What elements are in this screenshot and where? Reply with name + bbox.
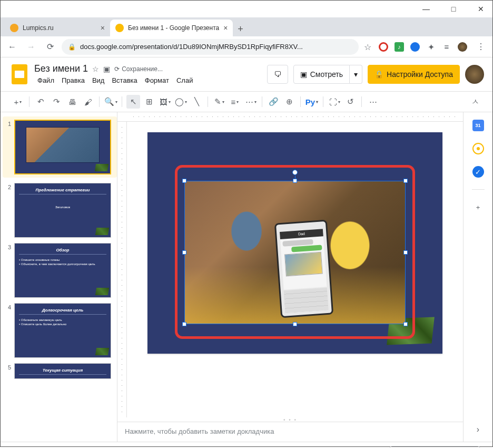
menu-format[interactable]: Формат [142, 75, 172, 85]
keep-icon[interactable] [472, 143, 484, 154]
thumbnail-slide[interactable]: 2 Предложение стратегииЗаголовок [5, 183, 117, 238]
redo-button[interactable]: ↷ [50, 95, 63, 109]
star-icon[interactable]: ☆ [92, 65, 99, 73]
border-dash-button[interactable]: ⋯ [244, 95, 258, 109]
border-color-button[interactable]: ✎ [212, 95, 226, 109]
paint-format-button[interactable]: 🖌 [81, 95, 95, 109]
present-button[interactable]: ▣ Смотреть [293, 65, 350, 84]
thumbnail-slide[interactable]: 1 [3, 116, 117, 178]
select-tool[interactable]: ↖ [126, 95, 140, 109]
slides-logo-icon[interactable] [9, 64, 30, 85]
thumbnail-slide[interactable]: 5 Текущая ситуация [5, 363, 117, 379]
window-maximize[interactable]: □ [446, 2, 461, 16]
profile-avatar[interactable] [458, 42, 467, 52]
lock-icon: 🔒 [68, 43, 76, 51]
explore-button[interactable]: ✦ Расширенный поиск [390, 446, 480, 449]
ext-icon[interactable] [379, 42, 388, 52]
decor-icon [95, 228, 109, 235]
present-dropdown[interactable]: ▾ [350, 65, 362, 84]
resize-handle[interactable] [182, 179, 186, 183]
addons-icon[interactable]: + [472, 201, 484, 213]
resize-handle[interactable] [182, 250, 186, 255]
tab-close-icon[interactable]: × [101, 24, 105, 32]
separator [99, 96, 100, 107]
menu-insert[interactable]: Вставка [109, 75, 140, 85]
undo-button[interactable]: ↶ [34, 95, 47, 109]
line-tool[interactable]: ╲ [190, 95, 203, 109]
resize-handle[interactable] [403, 179, 408, 183]
rotate-handle[interactable] [292, 170, 298, 175]
speaker-notes[interactable]: Нажмите, чтобы добавить заметки докладчи… [117, 422, 463, 442]
thumb-title: Предложение стратегии [19, 188, 106, 194]
slide-canvas[interactable]: Dad [147, 132, 442, 354]
more-button[interactable]: ⋯ [366, 95, 380, 109]
browser-menu-icon[interactable]: ⋮ [474, 40, 488, 54]
resize-handle[interactable] [293, 322, 297, 326]
resize-handle[interactable] [403, 250, 408, 255]
forward-button[interactable]: → [24, 40, 38, 54]
phone-graphic: Dad [274, 219, 333, 318]
image-content: Dad [185, 181, 405, 324]
account-avatar[interactable] [465, 65, 484, 84]
menu-slide[interactable]: Слай [173, 75, 196, 85]
thumb-body: Заголовок [19, 205, 106, 209]
address-bar[interactable]: 🔒 docs.google.com/presentation/d/1Du89IO… [62, 39, 359, 55]
comment-add-button[interactable]: ⊕ [282, 95, 296, 109]
zoom-button[interactable]: 🔍 [104, 95, 117, 109]
notes-resize-handle[interactable]: • • • [117, 417, 463, 422]
move-icon[interactable]: ▣ [103, 65, 110, 73]
selected-image[interactable]: Dad [184, 181, 406, 324]
new-slide-button[interactable]: + [11, 95, 25, 109]
crop-button[interactable]: ⛶ [328, 95, 341, 109]
image-tool[interactable]: 🖼 [158, 95, 172, 109]
decor-icon [95, 288, 109, 295]
horizontal-ruler [117, 112, 463, 122]
tab-close-icon[interactable]: × [223, 24, 228, 32]
replace-image-button[interactable]: Ру [305, 95, 319, 109]
slide-thumbnails[interactable]: 1 2 Предложение стратегииЗаголовок 3 Обз… [1, 112, 117, 442]
reading-list-icon[interactable]: ≡ [442, 42, 451, 52]
menu-file[interactable]: Файл [34, 75, 57, 85]
tab-title: Без имени 1 - Google Презента [128, 24, 219, 32]
separator [29, 96, 29, 107]
canvas-area: Dad [117, 112, 463, 442]
ext-icon[interactable] [410, 42, 420, 52]
reload-button[interactable]: ⟳ [43, 40, 57, 54]
ext-icon[interactable]: ♪ [395, 42, 404, 52]
collapse-toolbar-button[interactable]: ㅅ [468, 95, 482, 109]
star-icon[interactable]: ☆ [363, 42, 372, 52]
calendar-icon[interactable]: 31 [472, 120, 484, 131]
browser-tabstrip: Lumpics.ru × Без имени 1 - Google Презен… [1, 17, 492, 36]
link-button[interactable]: 🔗 [267, 95, 280, 109]
border-weight-button[interactable]: ≡ [228, 95, 242, 109]
print-button[interactable]: 🖶 [65, 95, 79, 109]
comments-button[interactable]: 🗨 [267, 65, 288, 84]
share-button[interactable]: 🔒 Настройки Доступа [368, 65, 460, 84]
document-title[interactable]: Без имени 1 [34, 63, 88, 74]
tasks-icon[interactable]: ✓ [472, 166, 484, 178]
browser-tab[interactable]: Lumpics.ru × [5, 20, 110, 36]
resize-handle[interactable] [182, 322, 186, 326]
slide-viewport[interactable]: Dad [127, 122, 463, 417]
textbox-tool[interactable]: ⊞ [142, 95, 156, 109]
window-minimize[interactable]: — [419, 2, 433, 16]
shape-tool[interactable]: ◯ [174, 95, 188, 109]
thumbnail-slide[interactable]: 4 Долгосрочная цель• Обозначьте желаемую… [5, 303, 117, 358]
browser-tab[interactable]: Без имени 1 - Google Презента × [110, 20, 233, 36]
thumbnail-image [26, 127, 100, 163]
resize-handle[interactable] [403, 322, 408, 326]
back-button[interactable]: ← [5, 40, 19, 54]
menu-view[interactable]: Вид [89, 75, 108, 85]
window-close[interactable]: ✕ [474, 2, 488, 16]
collapse-sidepanel-button[interactable]: › [477, 425, 479, 434]
new-tab-button[interactable]: + [233, 22, 248, 36]
menu-edit[interactable]: Правка [58, 75, 88, 85]
thumbnail-slide[interactable]: 3 Обзор• Опишите основные планы • Объясн… [5, 243, 117, 298]
favicon-icon [115, 24, 124, 32]
separator [300, 96, 301, 107]
extensions-icon[interactable]: ✦ [426, 42, 436, 52]
resize-handle[interactable] [293, 179, 297, 183]
phone-header: Dad [280, 229, 323, 239]
separator [323, 96, 323, 107]
reset-image-button[interactable]: ↺ [343, 95, 357, 109]
